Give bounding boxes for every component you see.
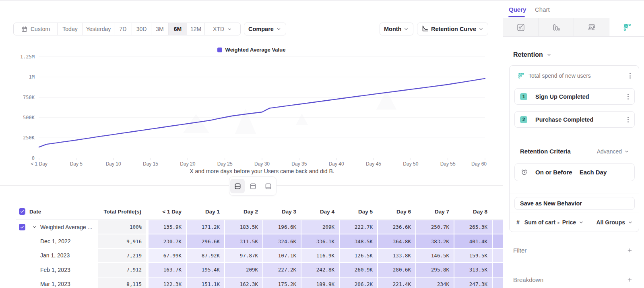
chart-only-view-button[interactable] xyxy=(246,179,260,193)
behavior-header: Total spend of new users xyxy=(518,72,633,80)
retention-cell[interactable]: 97.87K xyxy=(225,249,262,263)
retention-cell[interactable]: 87.92K xyxy=(187,249,224,263)
retention-cell[interactable]: 296.6K xyxy=(187,234,224,248)
retention-cell[interactable]: 222.7K xyxy=(340,220,377,234)
tab-query[interactable]: Query xyxy=(509,6,526,13)
retention-cell[interactable]: 221.4K xyxy=(378,278,415,288)
caret-right-icon: ▸ xyxy=(558,220,560,225)
retention-cell[interactable]: 209K xyxy=(225,263,262,277)
funnels-icon xyxy=(552,23,561,32)
chevron-down-icon xyxy=(546,52,552,58)
retention-cell[interactable]: 209K xyxy=(301,220,339,234)
retention-cell[interactable]: 265.3K xyxy=(454,220,492,234)
column-header-day-7[interactable]: Day 7 xyxy=(416,203,454,220)
row-checkbox[interactable] xyxy=(19,224,25,230)
property-dropdown[interactable]: Sum of cart ▸ Price xyxy=(524,219,597,226)
retention-cell[interactable]: 230.7K xyxy=(149,234,186,248)
chart-type-tab-retention[interactable] xyxy=(609,18,644,36)
retention-cell[interactable]: 189.9K xyxy=(301,278,339,288)
column-header--1-day[interactable]: < 1 Day xyxy=(149,203,186,220)
retention-cell[interactable]: 135.9K xyxy=(149,220,186,234)
retention-cell[interactable]: 159.5K xyxy=(454,249,492,263)
column-header-day-5[interactable]: Day 5 xyxy=(340,203,377,220)
retention-cell[interactable]: 162.3K xyxy=(225,278,262,288)
criteria-advanced-dropdown[interactable]: Advanced xyxy=(597,148,630,155)
table-row-date[interactable]: Weighted Average ... xyxy=(19,220,98,234)
svg-text:750K: 750K xyxy=(23,95,35,100)
retention-cell[interactable]: 364.8K xyxy=(378,234,415,248)
kebab-menu-icon[interactable] xyxy=(625,93,631,100)
retention-cell[interactable]: 107.1K xyxy=(263,249,301,263)
retention-cell-partial[interactable] xyxy=(493,220,503,234)
chart-type-tab-flows[interactable] xyxy=(574,18,609,36)
retention-cell[interactable]: 250.7K xyxy=(416,220,454,234)
retention-cell[interactable]: 133.8K xyxy=(378,249,415,263)
chart-type-tab-funnels[interactable] xyxy=(539,18,574,36)
retention-cell[interactable]: 196.6K xyxy=(263,220,301,234)
retention-cell[interactable]: 122.3K xyxy=(149,278,186,288)
column-header-day-3[interactable]: Day 3 xyxy=(263,203,301,220)
column-header-day-8[interactable]: Day 8 xyxy=(454,203,492,220)
save-as-new-behavior-button[interactable]: Save as New Behavior xyxy=(514,197,635,210)
retention-cell[interactable]: 206.2K xyxy=(340,278,377,288)
row-expand-chevron-icon[interactable] xyxy=(32,225,37,229)
retention-cell[interactable]: 324.6K xyxy=(263,234,301,248)
criteria-row[interactable]: On or Before Each Day xyxy=(514,163,635,181)
column-header-date[interactable]: Date xyxy=(19,203,95,220)
add-filter-button[interactable] xyxy=(627,247,633,253)
retention-cell[interactable]: 126.5K xyxy=(340,249,377,263)
table-row-date[interactable]: Mar 1, 2023 xyxy=(19,277,98,288)
table-only-view-button[interactable] xyxy=(261,179,275,193)
retention-cell[interactable]: 116.9K xyxy=(301,249,339,263)
retention-cell[interactable]: 227.2K xyxy=(263,263,301,277)
kebab-menu-icon[interactable] xyxy=(625,116,631,123)
flows-icon xyxy=(587,23,596,32)
retention-cell[interactable]: 171.2K xyxy=(187,220,224,234)
retention-cell[interactable]: 183.5K xyxy=(225,220,262,234)
column-header-day-4[interactable]: Day 4 xyxy=(301,203,339,220)
retention-cell[interactable]: 163.7K xyxy=(149,263,186,277)
report-type-selector[interactable]: Retention xyxy=(513,51,552,58)
retention-cell[interactable]: 348.5K xyxy=(340,234,377,248)
select-all-checkbox[interactable] xyxy=(19,208,25,215)
retention-cell[interactable]: 234K xyxy=(416,278,454,288)
retention-cell[interactable]: 280.6K xyxy=(378,263,415,277)
retention-cell[interactable]: 383.2K xyxy=(416,234,454,248)
retention-cell[interactable]: 311.5K xyxy=(225,234,262,248)
retention-cell[interactable]: 247.3K xyxy=(454,278,492,288)
chart-type-tab-insights[interactable] xyxy=(503,18,539,36)
column-header-total-profiles[interactable]: Total Profile(s) xyxy=(98,203,146,220)
retention-cell[interactable]: 146.5K xyxy=(416,249,454,263)
retention-cell[interactable]: 236.6K xyxy=(378,220,415,234)
retention-cell[interactable]: 336.1K xyxy=(301,234,339,248)
retention-cell-partial[interactable] xyxy=(493,234,503,248)
retention-cell[interactable]: 175.2K xyxy=(263,278,301,288)
column-header-day-6[interactable]: Day 6 xyxy=(378,203,415,220)
table-row-date[interactable]: Dec 1, 2022 xyxy=(19,234,98,248)
retention-cell[interactable]: 401.4K xyxy=(454,234,492,248)
add-breakdown-button[interactable] xyxy=(627,277,633,283)
retention-cell[interactable]: 242.8K xyxy=(301,263,339,277)
column-header-day-1[interactable]: Day 1 xyxy=(187,203,224,220)
number-property-icon: # xyxy=(516,219,520,226)
row-date-label: Dec 1, 2022 xyxy=(40,238,71,244)
retention-cell[interactable]: 260.9K xyxy=(340,263,377,277)
split-view-button[interactable] xyxy=(230,179,245,193)
groups-dropdown[interactable]: All Groups xyxy=(596,219,633,226)
tab-chart[interactable]: Chart xyxy=(535,6,550,13)
behavior-step-2[interactable]: 2Purchase Completed xyxy=(514,111,635,128)
retention-cell-partial[interactable] xyxy=(493,278,503,288)
retention-cell[interactable]: 313.5K xyxy=(454,263,492,277)
retention-cell[interactable]: 295.8K xyxy=(416,263,454,277)
retention-cell[interactable]: 195.4K xyxy=(187,263,224,277)
retention-cell[interactable]: 151.1K xyxy=(187,278,224,288)
retention-cell-partial[interactable] xyxy=(493,263,503,277)
column-header-day-2[interactable]: Day 2 xyxy=(225,203,262,220)
table-row-date[interactable]: Feb 1, 2023 xyxy=(19,263,98,277)
svg-text:Day 45: Day 45 xyxy=(366,161,381,167)
retention-cell-partial[interactable] xyxy=(493,249,503,263)
behavior-step-1[interactable]: 1Sign Up Completed xyxy=(514,88,635,105)
table-row-date[interactable]: Jan 1, 2023 xyxy=(19,249,98,263)
retention-cell[interactable]: 67.99K xyxy=(149,249,186,263)
kebab-menu-icon[interactable] xyxy=(627,72,633,79)
